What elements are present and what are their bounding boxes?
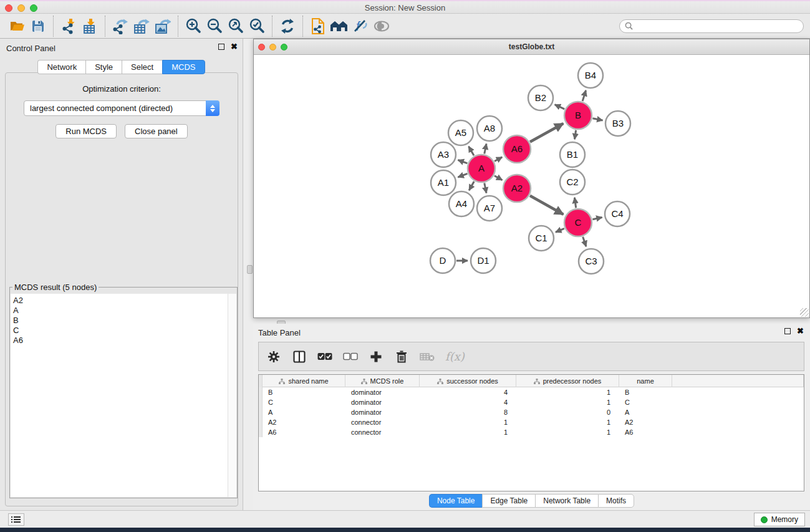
- delete-table-button[interactable]: [420, 349, 435, 364]
- table-cell[interactable]: A: [263, 407, 345, 417]
- show-all-networks-button[interactable]: [329, 16, 350, 36]
- graph-edge-B-B4[interactable]: [582, 90, 586, 101]
- table-cell[interactable]: A2: [619, 417, 672, 427]
- delete-rows-button[interactable]: [394, 349, 409, 364]
- table-cell[interactable]: 1: [516, 387, 619, 397]
- graph-node-D1[interactable]: D1: [471, 248, 496, 273]
- table-cell[interactable]: dominator: [345, 407, 420, 417]
- result-list-scrollbar[interactable]: [228, 294, 236, 497]
- graph-node-A8[interactable]: A8: [477, 116, 502, 141]
- resize-grip-icon[interactable]: [800, 308, 809, 317]
- open-session-button[interactable]: [6, 16, 27, 36]
- graph-node-B3[interactable]: B3: [605, 111, 630, 136]
- table-cell[interactable]: 4: [420, 387, 516, 397]
- graph-node-B[interactable]: B: [564, 102, 592, 129]
- new-network-from-selection-button[interactable]: [307, 16, 329, 36]
- zoom-out-button[interactable]: [204, 16, 225, 36]
- graph-edge-A-A4[interactable]: [469, 181, 474, 190]
- column-header-shared-name[interactable]: shared name: [263, 375, 345, 387]
- table-cell[interactable]: 8: [420, 407, 516, 417]
- table-cell[interactable]: A: [619, 407, 672, 417]
- vertical-splitter-handle[interactable]: [247, 265, 253, 274]
- table-cell[interactable]: 1: [516, 417, 619, 427]
- tab-edge-table[interactable]: Edge Table: [482, 494, 535, 508]
- graph-edge-B-B1[interactable]: [575, 130, 576, 139]
- table-cell[interactable]: 1: [516, 427, 619, 437]
- network-canvas[interactable]: B4B2BB3A5A8A6A3AB1A1C2A2A4A7C4CC1C3DD1: [254, 55, 809, 317]
- graph-node-A2[interactable]: A2: [503, 175, 531, 202]
- graph-node-D[interactable]: D: [430, 248, 455, 273]
- graph-edge-A-A6[interactable]: [494, 157, 502, 162]
- float-table-panel-icon[interactable]: [784, 328, 791, 334]
- column-header-successor-nodes[interactable]: successor nodes: [420, 375, 516, 387]
- close-panel-button[interactable]: Close panel: [125, 124, 188, 138]
- node-table[interactable]: shared name MCDS role successor nodes pr…: [258, 374, 804, 491]
- task-history-button[interactable]: [8, 513, 24, 526]
- table-body[interactable]: Bdominator41BCdominator41CAdominator80AA…: [259, 387, 804, 437]
- graph-node-A6[interactable]: A6: [503, 135, 531, 163]
- mcds-result-item[interactable]: A: [13, 306, 228, 316]
- graph-edge-B-B3[interactable]: [593, 118, 603, 120]
- graph-edge-A2-C[interactable]: [530, 196, 564, 215]
- add-row-button[interactable]: [369, 349, 383, 364]
- export-network-button[interactable]: [110, 16, 131, 36]
- tab-style[interactable]: Style: [85, 60, 122, 74]
- import-table-button[interactable]: [79, 16, 100, 36]
- export-image-button[interactable]: [152, 16, 173, 36]
- zoom-fit-button[interactable]: [225, 16, 246, 36]
- mcds-result-item[interactable]: B: [13, 316, 228, 326]
- mcds-result-item[interactable]: A6: [13, 336, 228, 346]
- graph-node-C[interactable]: C: [564, 209, 592, 236]
- tab-network-table[interactable]: Network Table: [535, 494, 598, 508]
- tab-select[interactable]: Select: [122, 60, 162, 74]
- table-cell[interactable]: connector: [345, 427, 420, 437]
- table-row[interactable]: Cdominator41C: [259, 397, 804, 407]
- graph-edge-A6-B[interactable]: [530, 123, 563, 142]
- table-cell[interactable]: 4: [420, 397, 516, 407]
- graph-edge-A-A5[interactable]: [469, 147, 474, 156]
- graph-edge-A-A3[interactable]: [458, 160, 468, 163]
- graph-node-A3[interactable]: A3: [431, 142, 456, 167]
- table-cell[interactable]: dominator: [345, 397, 420, 407]
- network-window-titlebar[interactable]: testGlobe.txt: [254, 39, 809, 55]
- graph-node-A7[interactable]: A7: [477, 196, 502, 221]
- function-builder-button[interactable]: f(x): [445, 350, 465, 363]
- search-field[interactable]: [619, 19, 804, 33]
- table-cell[interactable]: A6: [263, 427, 345, 437]
- graph-edge-C-C2[interactable]: [574, 198, 576, 208]
- float-panel-icon[interactable]: [218, 44, 224, 50]
- graph-edge-C-C1[interactable]: [556, 228, 564, 232]
- graph-node-A5[interactable]: A5: [448, 120, 473, 145]
- graph-edge-C-C4[interactable]: [592, 217, 602, 219]
- table-cell[interactable]: dominator: [345, 387, 420, 397]
- table-cell[interactable]: connector: [345, 417, 420, 427]
- unselect-all-button[interactable]: [343, 349, 358, 364]
- mcds-result-item[interactable]: A2: [13, 296, 228, 306]
- memory-button[interactable]: Memory: [754, 513, 805, 526]
- table-cell[interactable]: 0: [516, 407, 619, 417]
- table-cell[interactable]: 1: [516, 397, 619, 407]
- graph-node-B1[interactable]: B1: [560, 142, 585, 167]
- graph-edge-B-B2[interactable]: [555, 105, 565, 109]
- tab-motifs[interactable]: Motifs: [598, 494, 634, 508]
- column-header-mcds-role[interactable]: MCDS role: [345, 375, 420, 387]
- tab-node-table[interactable]: Node Table: [429, 494, 483, 508]
- close-panel-icon[interactable]: ✖: [231, 44, 238, 50]
- graph-node-C4[interactable]: C4: [605, 201, 630, 226]
- graph-node-C1[interactable]: C1: [529, 226, 554, 251]
- zoom-in-button[interactable]: [183, 16, 204, 36]
- run-mcds-button[interactable]: Run MCDS: [55, 124, 117, 138]
- save-session-button[interactable]: [27, 16, 49, 36]
- graph-node-A4[interactable]: A4: [449, 191, 474, 216]
- import-network-button[interactable]: [58, 16, 79, 36]
- table-cell[interactable]: C: [263, 397, 345, 407]
- graph-node-C2[interactable]: C2: [560, 170, 585, 195]
- close-table-panel-icon[interactable]: ✖: [797, 328, 804, 334]
- graph-node-A1[interactable]: A1: [431, 170, 456, 195]
- zoom-selected-button[interactable]: [246, 16, 268, 36]
- search-input[interactable]: [636, 22, 798, 31]
- table-cell[interactable]: B: [619, 387, 672, 397]
- show-hide-panels-button[interactable]: [371, 16, 392, 36]
- graph-edge-A-A1[interactable]: [458, 173, 467, 177]
- toggle-graphics-details-button[interactable]: f: [350, 16, 371, 36]
